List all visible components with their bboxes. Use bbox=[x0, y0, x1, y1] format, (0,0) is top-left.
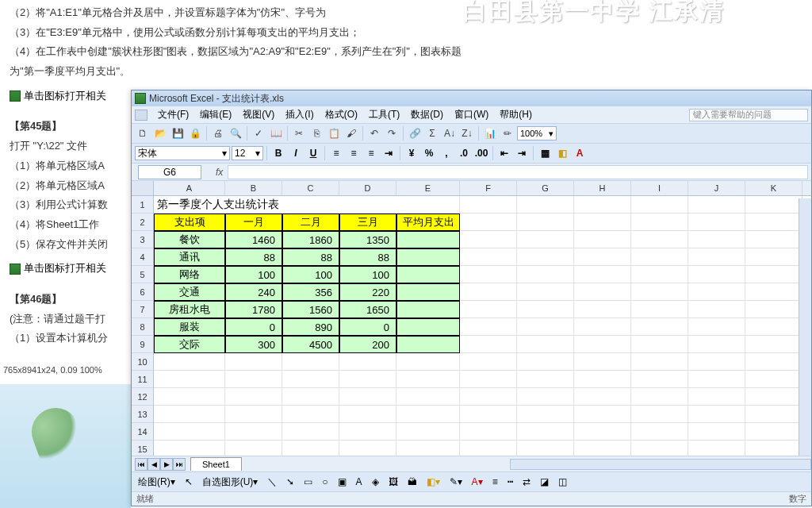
cell[interactable] bbox=[574, 423, 631, 441]
arrow-icon[interactable]: ➘ bbox=[283, 475, 297, 489]
column-header[interactable]: C bbox=[282, 181, 339, 195]
cell[interactable] bbox=[631, 248, 688, 266]
cell[interactable] bbox=[282, 406, 339, 423]
cell[interactable]: 200 bbox=[339, 336, 396, 353]
cell[interactable] bbox=[688, 248, 745, 266]
cell[interactable] bbox=[460, 196, 517, 214]
cell[interactable] bbox=[517, 371, 574, 388]
tab-nav-last-icon[interactable]: ⏭ bbox=[173, 458, 186, 471]
row-header[interactable]: 9 bbox=[132, 336, 153, 353]
cell[interactable] bbox=[339, 388, 396, 406]
cell[interactable] bbox=[745, 214, 802, 231]
cell[interactable]: 4500 bbox=[282, 336, 339, 353]
cell[interactable] bbox=[688, 388, 745, 406]
cell[interactable] bbox=[745, 441, 802, 456]
menu-item[interactable]: 帮助(H) bbox=[494, 107, 538, 121]
cell[interactable]: 1780 bbox=[225, 301, 282, 318]
row-header[interactable]: 3 bbox=[132, 231, 153, 248]
select-objects-icon[interactable]: ↖ bbox=[182, 475, 196, 489]
column-header[interactable]: D bbox=[339, 181, 396, 195]
horizontal-scrollbar[interactable] bbox=[510, 459, 811, 470]
cell[interactable] bbox=[517, 231, 574, 248]
bold-button[interactable]: B bbox=[270, 145, 286, 161]
cell[interactable] bbox=[396, 441, 460, 456]
cell[interactable] bbox=[339, 406, 396, 423]
cell[interactable] bbox=[745, 231, 802, 248]
picture-icon[interactable]: 🏔 bbox=[404, 475, 420, 489]
textbox-icon[interactable]: ▣ bbox=[335, 475, 350, 489]
cell[interactable]: 356 bbox=[282, 283, 339, 301]
cell[interactable] bbox=[460, 301, 517, 318]
menu-item[interactable]: 格式(O) bbox=[320, 107, 363, 121]
cell[interactable] bbox=[282, 371, 339, 388]
font-select[interactable]: 宋体▾ bbox=[135, 146, 230, 160]
merge-center-icon[interactable]: ⇥ bbox=[381, 145, 396, 161]
cell[interactable]: 网络 bbox=[154, 266, 225, 283]
cell[interactable] bbox=[460, 336, 517, 353]
cell[interactable]: 100 bbox=[225, 266, 282, 283]
cell[interactable]: 一月 bbox=[225, 214, 282, 231]
tab-nav-first-icon[interactable]: ⏮ bbox=[135, 458, 147, 471]
cell[interactable]: 1650 bbox=[339, 301, 396, 318]
cell[interactable] bbox=[282, 388, 339, 406]
research-icon[interactable]: 📖 bbox=[268, 125, 284, 141]
menu-item[interactable]: 视图(V) bbox=[237, 107, 280, 121]
cell[interactable] bbox=[745, 301, 802, 318]
tab-nav-prev-icon[interactable]: ◀ bbox=[147, 458, 160, 471]
titlebar[interactable]: Microsoft Excel - 支出统计表.xls bbox=[132, 90, 811, 106]
cell[interactable] bbox=[688, 336, 745, 353]
new-icon[interactable]: 🗋 bbox=[135, 125, 151, 141]
cell[interactable] bbox=[339, 353, 396, 371]
cell[interactable] bbox=[517, 406, 574, 423]
row-header[interactable]: 6 bbox=[132, 283, 153, 301]
cell[interactable]: 300 bbox=[225, 336, 282, 353]
cell[interactable] bbox=[631, 266, 688, 283]
cell[interactable] bbox=[517, 336, 574, 353]
cell[interactable]: 0 bbox=[339, 318, 396, 336]
cell[interactable] bbox=[282, 353, 339, 371]
vertical-scrollbar[interactable] bbox=[799, 198, 811, 456]
comma-icon[interactable]: , bbox=[439, 145, 454, 161]
tab-nav-next-icon[interactable]: ▶ bbox=[160, 458, 173, 471]
cell[interactable] bbox=[396, 283, 460, 301]
cell[interactable] bbox=[460, 283, 517, 301]
cell[interactable] bbox=[688, 318, 745, 336]
cell[interactable] bbox=[688, 231, 745, 248]
cell[interactable] bbox=[631, 283, 688, 301]
control-menu-icon[interactable] bbox=[135, 110, 147, 121]
name-box[interactable]: G6 bbox=[138, 165, 201, 179]
cell[interactable]: 88 bbox=[339, 248, 396, 266]
cell[interactable] bbox=[517, 301, 574, 318]
cell[interactable] bbox=[631, 423, 688, 441]
cell[interactable] bbox=[631, 371, 688, 388]
cell[interactable]: 房租水电 bbox=[154, 301, 225, 318]
cell[interactable] bbox=[460, 214, 517, 231]
cell[interactable]: 平均月支出 bbox=[396, 214, 460, 231]
cell[interactable]: 餐饮 bbox=[154, 231, 225, 248]
paste-icon[interactable]: 📋 bbox=[326, 125, 342, 141]
cell[interactable] bbox=[574, 283, 631, 301]
cell[interactable]: 1460 bbox=[225, 231, 282, 248]
cell[interactable] bbox=[631, 214, 688, 231]
cell[interactable] bbox=[396, 336, 460, 353]
print-icon[interactable]: 🖨 bbox=[210, 125, 226, 141]
cell[interactable] bbox=[574, 266, 631, 283]
cell[interactable] bbox=[154, 423, 225, 441]
sheet-tab[interactable]: Sheet1 bbox=[190, 457, 242, 471]
row-header[interactable]: 4 bbox=[132, 248, 153, 266]
cell[interactable] bbox=[225, 371, 282, 388]
increase-indent-icon[interactable]: ⇥ bbox=[514, 145, 530, 161]
cell[interactable]: 服装 bbox=[154, 318, 225, 336]
column-header[interactable]: A bbox=[154, 181, 225, 195]
cell[interactable] bbox=[517, 353, 574, 371]
cell[interactable] bbox=[631, 231, 688, 248]
row-header[interactable]: 2 bbox=[132, 214, 153, 231]
menu-item[interactable]: 工具(T) bbox=[363, 107, 405, 121]
increase-decimal-icon[interactable]: .0 bbox=[456, 145, 472, 161]
cell[interactable] bbox=[745, 388, 802, 406]
fx-icon[interactable]: fx bbox=[216, 167, 223, 178]
borders-icon[interactable]: ▦ bbox=[537, 145, 553, 161]
cell[interactable] bbox=[282, 423, 339, 441]
cell[interactable]: 100 bbox=[282, 266, 339, 283]
cell[interactable] bbox=[396, 371, 460, 388]
